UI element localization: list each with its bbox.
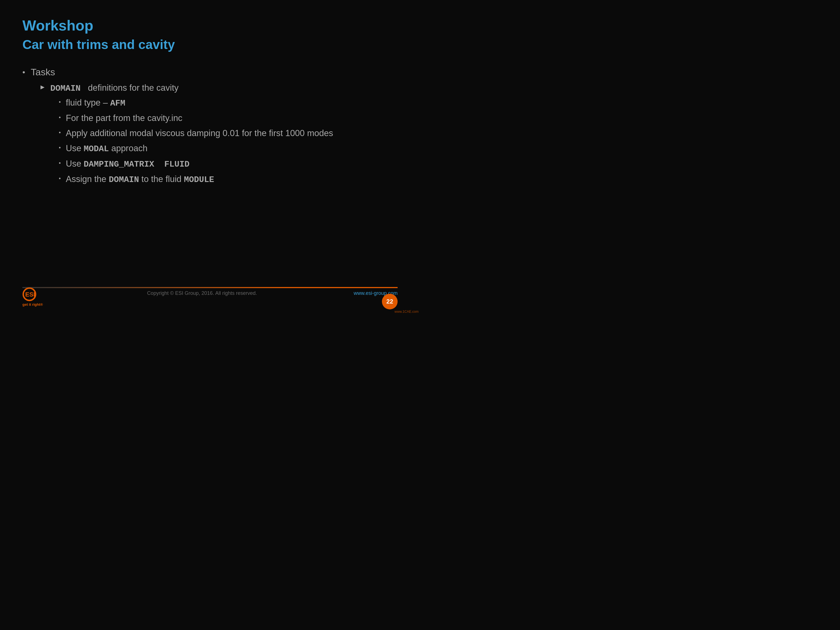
use-label-dm: Use bbox=[66, 159, 84, 169]
domain-text: DOMAIN definitions for the cavity bbox=[51, 83, 178, 93]
footer: ESI get it right® Copyright © ESI Group,… bbox=[0, 287, 420, 315]
domain-code2: DOMAIN bbox=[109, 175, 139, 185]
item-modal: • Use MODAL approach bbox=[59, 144, 398, 154]
use-label-modal: Use bbox=[66, 144, 84, 153]
dot-assign: • bbox=[59, 175, 61, 182]
damping-text: Apply additional modal viscous damping 0… bbox=[66, 128, 333, 138]
logo-area: ESI get it right® bbox=[22, 286, 45, 306]
domain-bullet: ► DOMAIN definitions for the cavity bbox=[39, 83, 398, 93]
module-code: MODULE bbox=[184, 175, 214, 185]
item-damping-matrix: • Use DAMPING_MATRIX FLUID bbox=[59, 159, 398, 169]
tasks-bullet: • Tasks bbox=[22, 66, 398, 77]
dot-modal: • bbox=[59, 144, 61, 151]
svg-text:ESI: ESI bbox=[25, 291, 35, 298]
item-cavity-inc: • For the part from the cavity.inc bbox=[59, 113, 398, 123]
tasks-label: Tasks bbox=[31, 66, 55, 77]
fluid-label: fluid type – bbox=[66, 98, 111, 107]
title-workshop: Workshop bbox=[22, 17, 398, 34]
assign-text: Assign the DOMAIN to the fluid MODULE bbox=[66, 174, 214, 185]
dot-damping: • bbox=[59, 129, 61, 136]
dot-cavity: • bbox=[59, 114, 61, 121]
title-subtitle: Car with trims and cavity bbox=[22, 37, 398, 52]
watermark: www.1CAE.com bbox=[395, 309, 418, 314]
item-damping: • Apply additional modal viscous damping… bbox=[59, 128, 398, 138]
cavity-text: For the part from the cavity.inc bbox=[66, 113, 182, 123]
afm-code: AFM bbox=[111, 99, 125, 108]
modal-code: MODAL bbox=[84, 144, 109, 154]
logo-tagline: get it right® bbox=[22, 302, 43, 306]
esi-logo: ESI bbox=[22, 286, 45, 302]
dm-text: Use DAMPING_MATRIX FLUID bbox=[66, 159, 189, 169]
fluid-text: fluid type – AFM bbox=[66, 98, 125, 108]
arrow-icon: ► bbox=[39, 83, 46, 91]
page-number: 22 bbox=[382, 294, 398, 309]
content-area: • Tasks ► DOMAIN definitions for the cav… bbox=[22, 66, 398, 185]
assign-label: Assign the bbox=[66, 174, 109, 184]
approach-label: approach bbox=[109, 144, 148, 153]
slide: Workshop Car with trims and cavity • Tas… bbox=[0, 0, 420, 315]
footer-copyright: Copyright © ESI Group, 2016. All rights … bbox=[147, 291, 257, 296]
dot-dm: • bbox=[59, 160, 61, 166]
domain-desc: definitions for the cavity bbox=[83, 83, 178, 93]
dot-fluid: • bbox=[59, 99, 61, 105]
item-assign-domain: • Assign the DOMAIN to the fluid MODULE bbox=[59, 174, 398, 185]
modal-text: Use MODAL approach bbox=[66, 144, 148, 154]
footer-content: Copyright © ESI Group, 2016. All rights … bbox=[0, 288, 420, 296]
bullet-dot-1: • bbox=[22, 68, 25, 77]
damping-matrix-code: DAMPING_MATRIX FLUID bbox=[84, 159, 189, 169]
item-fluid-type: • fluid type – AFM bbox=[59, 98, 398, 108]
domain-code: DOMAIN bbox=[51, 84, 81, 93]
to-fluid-label: to the fluid bbox=[139, 174, 184, 184]
